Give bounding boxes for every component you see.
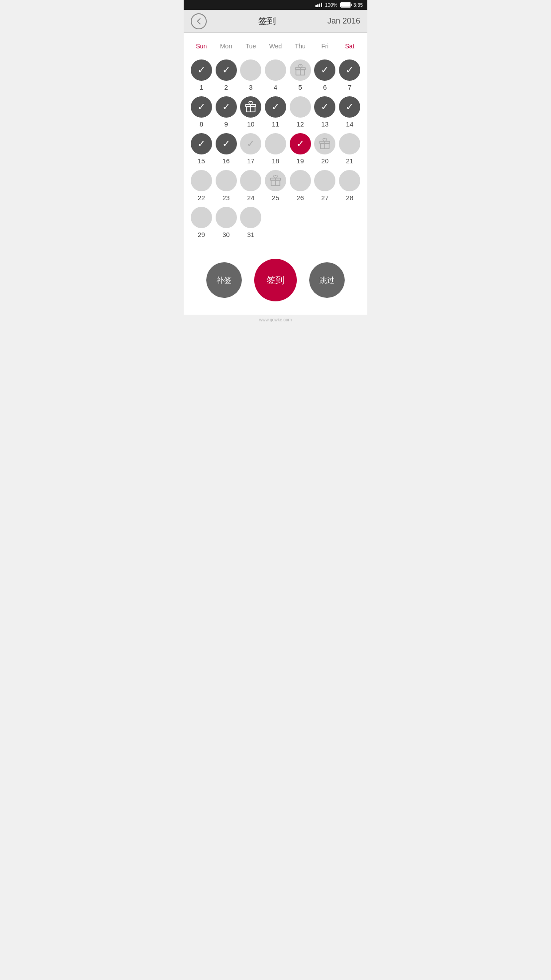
day-number: 27 xyxy=(321,194,329,202)
day-number: 17 xyxy=(247,157,255,165)
day-number: 22 xyxy=(198,194,205,202)
day-number: 12 xyxy=(296,120,304,128)
header: 签到 Jan 2016 xyxy=(184,10,367,33)
day-number: 7 xyxy=(348,83,351,91)
battery-percent: 100% xyxy=(325,2,337,8)
clock: 3:35 xyxy=(354,2,363,8)
checkmark-icon: ✓ xyxy=(272,102,279,112)
day-number: 13 xyxy=(321,120,329,128)
calendar-day-25[interactable]: 25 xyxy=(263,167,288,204)
calendar-day-24[interactable]: 24 xyxy=(238,167,263,204)
day-number: 10 xyxy=(247,120,255,128)
day-number: 6 xyxy=(323,83,327,91)
calendar-day-8[interactable]: ✓8 xyxy=(189,94,214,130)
day-number: 2 xyxy=(224,83,228,91)
calendar-day-6[interactable]: ✓6 xyxy=(313,57,338,94)
day-number: 5 xyxy=(299,83,302,91)
calendar-day-19[interactable]: ✓19 xyxy=(288,130,313,167)
back-icon xyxy=(195,18,202,25)
calendar-day-28[interactable]: 28 xyxy=(337,167,362,204)
day-number: 21 xyxy=(346,157,354,165)
day-number: 3 xyxy=(249,83,252,91)
calendar-day-16[interactable]: ✓16 xyxy=(214,130,239,167)
calendar-day-20[interactable]: 20 xyxy=(313,130,338,167)
month-label: Jan 2016 xyxy=(327,16,360,26)
calendar-day-26[interactable]: 26 xyxy=(288,167,313,204)
day-number: 24 xyxy=(247,194,255,202)
checkin-button[interactable]: 签到 xyxy=(254,259,297,301)
day-sat: Sat xyxy=(337,40,362,52)
calendar-day-1[interactable]: ✓1 xyxy=(189,57,214,94)
day-mon: Mon xyxy=(214,40,239,52)
skip-button[interactable]: 跳过 xyxy=(309,262,345,298)
day-number: 11 xyxy=(272,120,279,128)
day-number: 20 xyxy=(321,157,329,165)
calendar-grid: ✓1✓234 5✓6✓7✓8✓9 10✓1112✓13✓14✓15✓16✓171… xyxy=(189,57,362,241)
checkmark-icon: ✓ xyxy=(222,139,230,149)
calendar-day-15[interactable]: ✓15 xyxy=(189,130,214,167)
watermark: www.qcwke.com xyxy=(184,315,367,325)
status-bar: 100% 3:35 xyxy=(184,0,367,10)
checkmark-icon: ✓ xyxy=(222,65,230,75)
calendar-day-30[interactable]: 30 xyxy=(214,204,239,241)
calendar-day-29[interactable]: 29 xyxy=(189,204,214,241)
day-number: 18 xyxy=(272,157,279,165)
day-number: 9 xyxy=(224,120,228,128)
day-tue: Tue xyxy=(238,40,263,52)
calendar-day-14[interactable]: ✓14 xyxy=(337,94,362,130)
day-number: 4 xyxy=(274,83,277,91)
calendar-day-31[interactable]: 31 xyxy=(238,204,263,241)
day-number: 28 xyxy=(346,194,354,202)
day-number: 31 xyxy=(247,231,255,238)
calendar-day-9[interactable]: ✓9 xyxy=(214,94,239,130)
checkmark-icon: ✓ xyxy=(346,65,354,75)
calendar-day-2[interactable]: ✓2 xyxy=(214,57,239,94)
calendar-day-12[interactable]: 12 xyxy=(288,94,313,130)
day-sun: Sun xyxy=(189,40,214,52)
day-number: 14 xyxy=(346,120,354,128)
day-number: 15 xyxy=(198,157,205,165)
checkmark-icon: ✓ xyxy=(321,102,329,112)
checkmark-icon: ✓ xyxy=(321,65,329,75)
bottom-bar: 补签 签到 跳过 xyxy=(184,250,367,315)
calendar-day-11[interactable]: ✓11 xyxy=(263,94,288,130)
checkmark-icon: ✓ xyxy=(197,102,205,112)
calendar-day-22[interactable]: 22 xyxy=(189,167,214,204)
calendar-day-5[interactable]: 5 xyxy=(288,57,313,94)
day-number: 26 xyxy=(296,194,304,202)
day-number: 29 xyxy=(198,231,205,238)
day-headers: Sun Mon Tue Wed Thu Fri Sat xyxy=(189,40,362,52)
signal-icon xyxy=(315,3,322,7)
calendar-day-3[interactable]: 3 xyxy=(238,57,263,94)
day-number: 1 xyxy=(200,83,203,91)
supplement-button[interactable]: 补签 xyxy=(206,262,242,298)
day-number: 25 xyxy=(272,194,279,202)
back-button[interactable] xyxy=(191,13,207,29)
calendar-day-10[interactable]: 10 xyxy=(238,94,263,130)
checkmark-icon: ✓ xyxy=(346,102,354,112)
day-number: 8 xyxy=(200,120,203,128)
calendar-day-23[interactable]: 23 xyxy=(214,167,239,204)
calendar-day-27[interactable]: 27 xyxy=(313,167,338,204)
calendar-day-21[interactable]: 21 xyxy=(337,130,362,167)
calendar-day-7[interactable]: ✓7 xyxy=(337,57,362,94)
checkmark-icon: ✓ xyxy=(197,65,205,75)
day-number: 16 xyxy=(222,157,230,165)
day-number: 19 xyxy=(296,157,304,165)
calendar: Sun Mon Tue Wed Thu Fri Sat ✓1✓234 5✓6✓7… xyxy=(184,33,367,250)
checkmark-icon: ✓ xyxy=(296,139,304,149)
day-fri: Fri xyxy=(313,40,338,52)
calendar-day-18[interactable]: 18 xyxy=(263,130,288,167)
battery-icon xyxy=(340,2,351,8)
day-thu: Thu xyxy=(288,40,313,52)
calendar-day-4[interactable]: 4 xyxy=(263,57,288,94)
day-number: 30 xyxy=(222,231,230,238)
calendar-day-13[interactable]: ✓13 xyxy=(313,94,338,130)
checkmark-icon: ✓ xyxy=(247,139,255,149)
checkmark-icon: ✓ xyxy=(197,139,205,149)
day-number: 23 xyxy=(222,194,230,202)
page-title: 签到 xyxy=(258,15,276,27)
checkmark-icon: ✓ xyxy=(222,102,230,112)
day-wed: Wed xyxy=(263,40,288,52)
calendar-day-17[interactable]: ✓17 xyxy=(238,130,263,167)
